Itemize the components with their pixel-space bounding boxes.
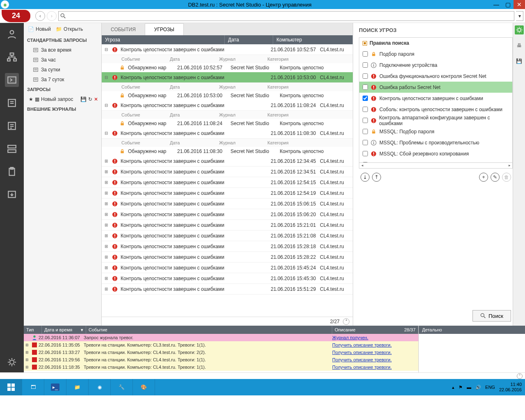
rule-checkbox[interactable] — [363, 129, 368, 134]
rule-checkbox[interactable] — [363, 151, 368, 156]
rule-item[interactable]: Соболь: контроль целостности завершен с … — [359, 104, 512, 115]
threat-row[interactable]: ⊞Контроль целостности завершен с ошибкам… — [102, 177, 353, 188]
tool-print-icon[interactable]: 🖶 — [515, 41, 524, 50]
tray-flag-icon[interactable]: ⚑ — [459, 385, 463, 390]
rule-item[interactable]: Контроль целостности завершен с ошибками — [359, 93, 512, 104]
threat-row[interactable]: ⊞Контроль целостности завершен с ошибкам… — [102, 262, 353, 273]
threat-row[interactable]: ⊞Контроль целостности завершен с ошибкам… — [102, 220, 353, 231]
search-field[interactable] — [58, 11, 514, 21]
rule-item[interactable]: MSSQL: Проблемы с производительностью — [359, 137, 512, 148]
rule-item[interactable]: Сбой создания точки восстановления — [359, 159, 512, 163]
task-explorer-icon[interactable]: 📁 — [66, 379, 89, 395]
start-button[interactable] — [0, 379, 22, 395]
task-server-icon[interactable]: 🗔 — [22, 379, 44, 395]
new-query-item[interactable]: ★ ▦ Новый запрос 💾 ↻ ✕ — [24, 94, 101, 104]
task-powershell-icon[interactable]: ▸_ — [44, 379, 66, 395]
nav-back-button[interactable]: ‹ — [35, 11, 45, 21]
task-app-icon[interactable]: ◉ — [89, 379, 111, 395]
nav-forward-button[interactable]: › — [47, 11, 57, 21]
threat-row[interactable]: ⊞Контроль целостности завершен с ошибкам… — [102, 252, 353, 262]
tray-clock[interactable]: 11:4022.06.2016 — [499, 382, 522, 393]
expand-icon[interactable]: ⊞ — [24, 365, 30, 369]
expand-icon[interactable]: ⊞ — [102, 159, 111, 163]
rule-checkbox[interactable] — [363, 118, 368, 123]
tray-sound-icon[interactable]: 🔊 — [475, 385, 481, 390]
log-row[interactable]: ⊞22.06.2016 11:35:05Тревоги на станции. … — [24, 341, 418, 349]
rule-checkbox[interactable] — [363, 84, 368, 90]
expand-icon[interactable]: ⊞ — [102, 265, 111, 270]
threat-row[interactable]: ⊞Контроль целостности завершен с ошибкам… — [102, 241, 353, 252]
std-query-item[interactable]: За час — [24, 55, 101, 65]
col-type[interactable]: Тип — [24, 326, 42, 334]
open-button[interactable]: 📁Открыть — [56, 26, 83, 32]
rule-checkbox[interactable] — [363, 51, 368, 57]
rule-checkbox[interactable] — [363, 62, 368, 68]
tab-events[interactable]: СОБЫТИЯ — [102, 24, 145, 35]
rule-checkbox[interactable] — [363, 140, 368, 145]
log-link[interactable]: Получить описание тревоги. — [332, 350, 418, 355]
threat-row[interactable]: ⊟Контроль целостности завершен с ошибкам… — [102, 128, 353, 139]
nav-server-icon[interactable] — [5, 142, 19, 156]
expand-icon[interactable]: ⊟ — [102, 47, 111, 52]
rule-item[interactable]: Ошибка функционального контроля Secret N… — [359, 71, 512, 82]
expand-icon[interactable]: ⊞ — [24, 350, 30, 354]
rule-item[interactable]: MSSQL: Подбор пароля — [359, 126, 512, 137]
sub-row[interactable]: Обнаружено нар21.06.2016 11:08:30Secret … — [102, 147, 353, 156]
bottom-expand[interactable]: ˅ — [24, 372, 525, 379]
rule-checkbox[interactable] — [363, 96, 368, 101]
col-description[interactable]: Описание28/37 — [332, 326, 418, 334]
rule-checkbox[interactable] — [363, 107, 368, 112]
col-computer[interactable]: Компьютер — [273, 35, 353, 44]
log-row[interactable]: ⊞22.06.2016 11:18:35Тревоги на станции. … — [24, 363, 418, 371]
tray-net-icon[interactable]: ▬ — [467, 385, 471, 390]
edit-rule-button[interactable]: ✎ — [491, 173, 500, 182]
threat-row[interactable]: ⊞Контроль целостности завершен с ошибкам… — [102, 167, 353, 177]
threat-row[interactable]: ⊞Контроль целостности завершен с ошибкам… — [102, 199, 353, 209]
search-button[interactable]: Поиск — [472, 310, 511, 322]
std-query-item[interactable]: За все время — [24, 45, 101, 55]
nav-clipboard-icon[interactable] — [5, 165, 19, 179]
task-paint-icon[interactable]: 🎨 — [133, 379, 155, 395]
minimize-button[interactable]: — — [491, 0, 502, 9]
threat-row[interactable]: ⊞Контроль целостности завершен с ошибкам… — [102, 188, 353, 199]
expand-icon[interactable]: ⊞ — [24, 343, 30, 347]
task-tool-icon[interactable]: 🔧 — [111, 379, 133, 395]
nav-threats-icon[interactable] — [5, 73, 19, 87]
threat-row[interactable]: ⊞Контроль целостности завершен с ошибкам… — [102, 209, 353, 220]
rules-scrollbar[interactable]: ◂▸ — [359, 163, 513, 169]
std-query-item[interactable]: За сутки — [24, 65, 101, 75]
expand-icon[interactable]: ⊞ — [102, 191, 111, 195]
threat-row[interactable]: ⊞Контроль целостности завершен с ошибкам… — [102, 284, 353, 294]
nav-log1-icon[interactable] — [5, 96, 19, 110]
col-date[interactable]: Дата — [225, 35, 273, 44]
save-icon[interactable]: 💾 — [80, 96, 87, 102]
delete-rule-button[interactable]: 🗑 — [502, 173, 511, 182]
col-event[interactable]: Событие — [86, 326, 332, 334]
rule-item[interactable]: MSSQL: Сбой резервного копирования — [359, 148, 512, 159]
log-rows[interactable]: 22.06.2016 11:36:07Запрос журнала тревог… — [24, 334, 418, 372]
expand-icon[interactable]: ⊞ — [102, 169, 111, 174]
expand-icon[interactable]: ⊟ — [102, 103, 111, 107]
sub-row[interactable]: Обнаружено нар21.06.2016 11:08:24Secret … — [102, 119, 353, 128]
tool-save-icon[interactable]: 💾 — [515, 57, 524, 66]
rules-checkbox-icon[interactable] — [363, 41, 367, 46]
expand-icon[interactable]: ⊞ — [102, 233, 111, 238]
rules-header[interactable]: Правила поиска — [359, 38, 512, 48]
nav-network-icon[interactable] — [5, 50, 19, 64]
log-link[interactable]: Получить описание тревоги. — [332, 357, 418, 362]
col-threat[interactable]: Угроза — [102, 35, 225, 44]
expand-icon[interactable]: ⊟ — [102, 131, 111, 135]
col-datetime[interactable]: Дата и время▾ — [42, 326, 86, 334]
expand-icon[interactable]: ⊞ — [102, 201, 111, 206]
expand-icon[interactable]: ⊞ — [102, 287, 111, 291]
sub-row[interactable]: Обнаружено нар21.06.2016 10:52:57Secret … — [102, 63, 353, 72]
close-button[interactable]: ✕ — [514, 0, 525, 9]
rule-checkbox[interactable] — [363, 73, 368, 79]
log-row[interactable]: 22.06.2016 11:36:07Запрос журнала тревог… — [24, 334, 418, 341]
tray-up-icon[interactable]: ▴ — [452, 385, 454, 390]
expand-icon[interactable]: ⊞ — [102, 276, 111, 281]
threat-row[interactable]: ⊞Контроль целостности завершен с ошибкам… — [102, 231, 353, 241]
add-rule-button[interactable]: + — [479, 173, 488, 182]
collapse-up-icon[interactable]: ˄ — [343, 318, 349, 325]
log-row[interactable]: ⊞22.06.2016 11:33:27Тревоги на станции. … — [24, 349, 418, 356]
